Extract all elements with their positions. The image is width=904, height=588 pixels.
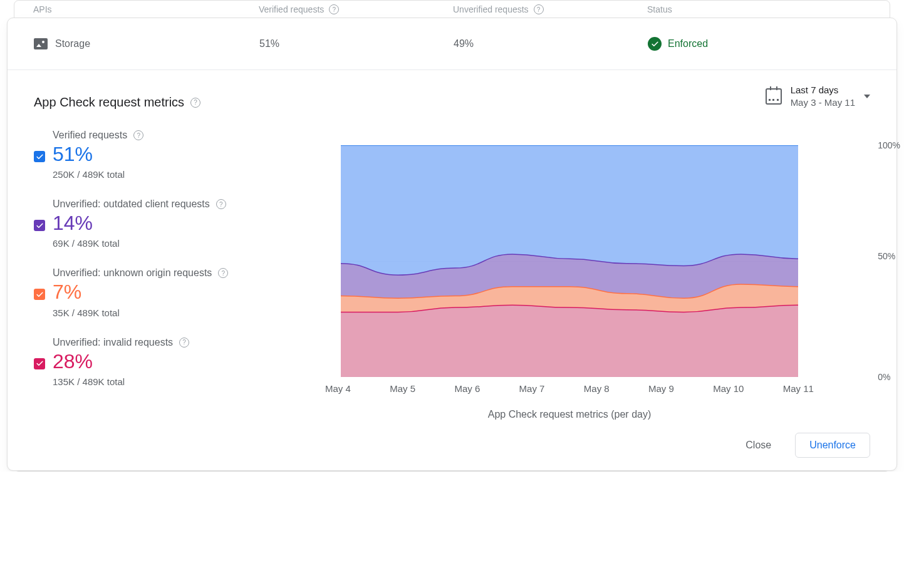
metric-verified: Verified requests ? 51% 250K / 489K tota… <box>34 130 341 180</box>
calendar-icon <box>766 88 782 105</box>
checkbox-verified[interactable] <box>34 151 45 162</box>
api-name: Storage <box>55 38 90 49</box>
chevron-down-icon <box>864 95 870 98</box>
close-button[interactable]: Close <box>737 433 780 457</box>
status-badge: Enforced <box>648 37 870 51</box>
help-icon[interactable]: ? <box>179 338 189 348</box>
checkbox-outdated[interactable] <box>34 220 45 231</box>
date-range-label: Last 7 days <box>791 84 855 96</box>
x-axis-labels: May 4May 5May 6May 7May 8May 9May 10May … <box>325 383 814 394</box>
help-icon[interactable]: ? <box>329 4 339 14</box>
storage-icon <box>34 38 48 49</box>
col-apis: APIs <box>33 4 259 14</box>
metric-value: 51% <box>53 143 341 165</box>
metric-outdated: Unverified: outdated client requests ? 1… <box>34 199 341 249</box>
col-verified: Verified requests ? <box>259 4 453 14</box>
date-range-picker[interactable]: Last 7 days May 3 - May 11 <box>766 84 870 110</box>
section-title: App Check request metrics <box>34 95 184 110</box>
metric-value: 28% <box>53 351 341 373</box>
chart-caption: App Check request metrics (per day) <box>341 409 798 420</box>
table-header: APIs Verified requests ? Unverified requ… <box>14 1 890 18</box>
col-unverified: Unverified requests ? <box>453 4 647 14</box>
metrics-card: Storage 51% 49% Enforced App Check reque… <box>7 18 897 471</box>
metric-label: Unverified: invalid requests <box>53 337 173 348</box>
metric-sub: 250K / 489K total <box>53 169 341 180</box>
metric-sub: 35K / 489K total <box>53 307 341 318</box>
row-verified-pct: 51% <box>259 38 454 49</box>
help-icon[interactable]: ? <box>216 199 226 209</box>
check-circle-icon <box>648 37 662 51</box>
metric-label: Unverified: outdated client requests <box>53 199 210 210</box>
y-axis-labels: 100% 50% 0% <box>878 145 900 377</box>
metric-invalid: Unverified: invalid requests ? 28% 135K … <box>34 337 341 387</box>
checkbox-invalid[interactable] <box>34 358 45 369</box>
metric-label: Unverified: unknown origin requests <box>53 267 212 279</box>
metric-unknown: Unverified: unknown origin requests ? 7%… <box>34 267 341 317</box>
metric-value: 7% <box>53 281 341 303</box>
col-status: Status <box>647 4 871 14</box>
row-unverified-pct: 49% <box>454 38 648 49</box>
date-range-dates: May 3 - May 11 <box>791 96 855 109</box>
help-icon[interactable]: ? <box>218 268 228 278</box>
metric-value: 14% <box>53 212 341 234</box>
help-icon[interactable]: ? <box>190 98 200 108</box>
help-icon[interactable]: ? <box>133 130 143 140</box>
unenforce-button[interactable]: Unenforce <box>795 433 870 458</box>
metric-label: Verified requests <box>53 130 127 141</box>
metric-sub: 135K / 489K total <box>53 376 341 387</box>
api-row[interactable]: Storage 51% 49% Enforced <box>8 18 896 70</box>
checkbox-unknown[interactable] <box>34 289 45 300</box>
metric-sub: 69K / 489K total <box>53 238 341 249</box>
area-chart: 100% 50% 0% May 4May 5May 6May 7May 8May… <box>341 145 870 420</box>
help-icon[interactable]: ? <box>534 4 544 14</box>
